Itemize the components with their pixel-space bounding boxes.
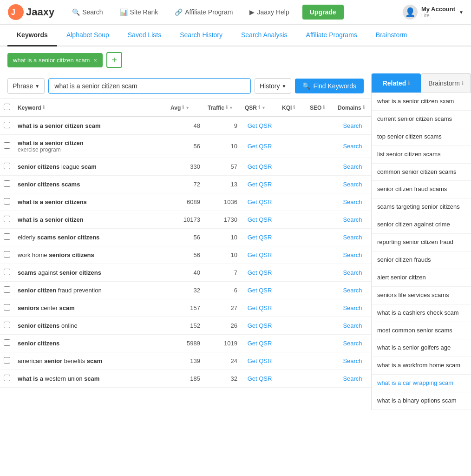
row-checkbox[interactable] — [4, 357, 10, 364]
row-checkbox[interactable] — [4, 233, 10, 240]
search-domains-link[interactable]: Search — [343, 143, 362, 150]
qsr-cell[interactable]: Get QSR — [241, 317, 278, 335]
get-qsr-link[interactable]: Get QSR — [248, 357, 272, 364]
related-item[interactable]: scams targeting senior citizens — [372, 198, 471, 216]
row-checkbox[interactable] — [4, 286, 10, 293]
nav-site-rank[interactable]: 📊 Site Rank — [116, 7, 162, 18]
row-checkbox[interactable] — [4, 122, 10, 128]
history-dropdown[interactable]: History ▼ — [255, 78, 291, 94]
get-qsr-link[interactable]: Get QSR — [248, 322, 272, 329]
search-domains-link[interactable]: Search — [343, 251, 362, 258]
get-qsr-link[interactable]: Get QSR — [248, 216, 272, 223]
related-item[interactable]: what is a senior golfers age — [372, 339, 471, 357]
tab-alphabet-soup[interactable]: Alphabet Soup — [57, 25, 118, 46]
search-domains-link[interactable]: Search — [343, 304, 362, 311]
row-checkbox[interactable] — [4, 304, 10, 311]
search-domains-link[interactable]: Search — [343, 163, 362, 170]
qsr-cell[interactable]: Get QSR — [241, 264, 278, 282]
domains-cell[interactable]: Search — [334, 229, 371, 246]
get-qsr-link[interactable]: Get QSR — [248, 304, 272, 311]
domains-cell[interactable]: Search — [334, 158, 371, 176]
qsr-cell[interactable]: Get QSR — [241, 176, 278, 193]
avg-sort-icon[interactable]: ▼ — [185, 106, 190, 110]
kqi-info-icon[interactable]: ℹ — [293, 105, 295, 111]
get-qsr-link[interactable]: Get QSR — [248, 122, 272, 129]
related-item[interactable]: senior citizen fraud scams — [372, 181, 471, 198]
related-item[interactable]: common senior citizen scams — [372, 164, 471, 181]
related-item[interactable]: seniors life services scams — [372, 287, 471, 304]
search-domains-link[interactable]: Search — [343, 216, 362, 223]
related-item[interactable]: what is a binary options scam — [372, 392, 471, 410]
traffic-info-icon[interactable]: ℹ — [226, 105, 228, 111]
row-checkbox[interactable] — [4, 180, 10, 187]
get-qsr-link[interactable]: Get QSR — [248, 375, 272, 382]
domains-cell[interactable]: Search — [334, 370, 371, 388]
tab-keywords[interactable]: Keywords — [7, 25, 57, 46]
related-item[interactable]: what is a cashiers check scam — [372, 304, 471, 322]
domains-cell[interactable]: Search — [334, 282, 371, 299]
related-item[interactable]: what is a senior citizen sxam — [372, 93, 471, 111]
phrase-dropdown[interactable]: Phrase ▼ — [7, 78, 45, 94]
related-item[interactable]: senior citizen frauds — [372, 251, 471, 269]
domains-cell[interactable]: Search — [334, 211, 371, 229]
qsr-cell[interactable]: Get QSR — [241, 117, 278, 135]
domains-cell[interactable]: Search — [334, 176, 371, 193]
domains-cell[interactable]: Search — [334, 335, 371, 352]
related-item[interactable]: what is a car wrapping scam — [372, 375, 471, 392]
select-all-checkbox[interactable] — [4, 104, 10, 110]
related-item[interactable]: top senior citizen scams — [372, 128, 471, 146]
row-checkbox[interactable] — [4, 198, 10, 205]
search-domains-link[interactable]: Search — [343, 375, 362, 382]
brainstorm-info-icon[interactable]: ℹ — [462, 80, 464, 86]
account-area[interactable]: 👤 My Account Lite ▼ — [403, 5, 464, 20]
domains-cell[interactable]: Search — [334, 264, 371, 282]
domains-cell[interactable]: Search — [334, 117, 371, 135]
row-checkbox[interactable] — [4, 251, 10, 258]
related-item[interactable]: senior citizen against crime — [372, 216, 471, 234]
get-qsr-link[interactable]: Get QSR — [248, 234, 272, 241]
qsr-sort-icon[interactable]: ▼ — [262, 106, 266, 110]
traffic-sort-icon[interactable]: ▼ — [229, 106, 233, 110]
related-item[interactable]: list senior citizen scams — [372, 146, 471, 164]
get-qsr-link[interactable]: Get QSR — [248, 143, 272, 150]
nav-affiliate[interactable]: 🔗 Affiliate Program — [171, 7, 236, 18]
search-tag[interactable]: what is a senior citizen scam × — [7, 53, 103, 67]
related-item[interactable]: reporting senior citizen fraud — [372, 234, 471, 251]
qsr-cell[interactable]: Get QSR — [241, 335, 278, 352]
row-checkbox[interactable] — [4, 142, 10, 149]
find-keywords-button[interactable]: 🔍 Find Keywords — [295, 79, 364, 93]
domains-cell[interactable]: Search — [334, 135, 371, 158]
get-qsr-link[interactable]: Get QSR — [248, 287, 272, 294]
qsr-cell[interactable]: Get QSR — [241, 246, 278, 264]
domains-cell[interactable]: Search — [334, 246, 371, 264]
tab-affiliate-programs[interactable]: Affiliate Programs — [297, 25, 366, 46]
get-qsr-link[interactable]: Get QSR — [248, 340, 272, 347]
get-qsr-link[interactable]: Get QSR — [248, 198, 272, 205]
row-checkbox[interactable] — [4, 163, 10, 169]
related-item[interactable]: what is a workfrom home scam — [372, 357, 471, 375]
domains-cell[interactable]: Search — [334, 352, 371, 370]
row-checkbox[interactable] — [4, 339, 10, 346]
related-info-icon[interactable]: ℹ — [408, 80, 410, 86]
search-domains-link[interactable]: Search — [343, 198, 362, 205]
qsr-cell[interactable]: Get QSR — [241, 211, 278, 229]
get-qsr-link[interactable]: Get QSR — [248, 163, 272, 170]
domains-cell[interactable]: Search — [334, 193, 371, 211]
nav-help[interactable]: ▶ Jaaxy Help — [246, 7, 293, 18]
tab-search-analysis[interactable]: Search Analysis — [232, 25, 297, 46]
search-domains-link[interactable]: Search — [343, 287, 362, 294]
nav-search[interactable]: 🔍 Search — [68, 7, 106, 18]
domains-cell[interactable]: Search — [334, 299, 371, 317]
right-tab-related[interactable]: Related ℹ — [372, 73, 421, 93]
get-qsr-link[interactable]: Get QSR — [248, 181, 272, 188]
row-checkbox[interactable] — [4, 322, 10, 328]
qsr-info-icon[interactable]: ℹ — [258, 105, 260, 111]
search-domains-link[interactable]: Search — [343, 181, 362, 188]
upgrade-button[interactable]: Upgrade — [302, 5, 344, 20]
qsr-cell[interactable]: Get QSR — [241, 135, 278, 158]
qsr-cell[interactable]: Get QSR — [241, 299, 278, 317]
search-domains-link[interactable]: Search — [343, 269, 362, 276]
related-item[interactable]: most common senior scams — [372, 322, 471, 340]
qsr-cell[interactable]: Get QSR — [241, 282, 278, 299]
search-domains-link[interactable]: Search — [343, 357, 362, 364]
